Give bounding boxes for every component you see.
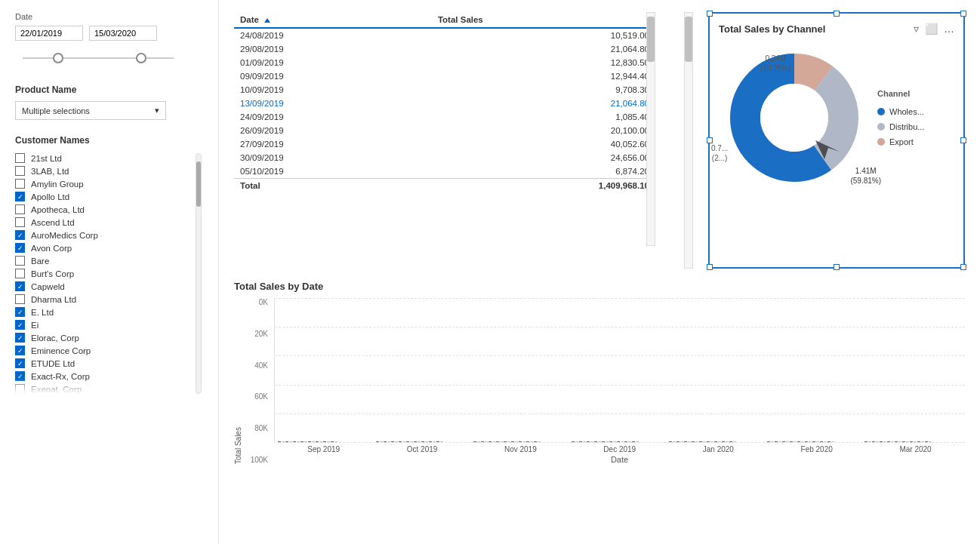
- bar-light[interactable]: [590, 441, 593, 442]
- bar-dark[interactable]: [587, 441, 590, 442]
- bar-group[interactable]: [519, 441, 525, 442]
- bar-dark[interactable]: [594, 441, 597, 442]
- bar-group[interactable]: [285, 441, 292, 442]
- list-item[interactable]: Ei: [15, 320, 98, 330]
- bar-group[interactable]: [902, 441, 909, 442]
- bar-group[interactable]: [429, 441, 436, 442]
- bar-group[interactable]: [729, 441, 736, 442]
- date-end-input[interactable]: [89, 26, 157, 41]
- bar-group[interactable]: [587, 441, 593, 442]
- col-date[interactable]: Date: [234, 12, 432, 28]
- bar-light[interactable]: [395, 441, 398, 442]
- resize-handle-mr[interactable]: [960, 137, 966, 143]
- bar-group[interactable]: [331, 441, 337, 442]
- resize-handle-tm[interactable]: [834, 11, 840, 17]
- slider-thumb-right[interactable]: [136, 53, 146, 63]
- bar-light[interactable]: [425, 441, 428, 442]
- bar-group[interactable]: [496, 441, 503, 442]
- bar-group[interactable]: [399, 441, 405, 442]
- bar-group[interactable]: [895, 441, 901, 442]
- bar-group[interactable]: [910, 441, 917, 442]
- bar-group[interactable]: [572, 441, 578, 442]
- bar-dark[interactable]: [887, 441, 890, 442]
- bar-light[interactable]: [327, 441, 330, 442]
- bar-light[interactable]: [440, 441, 443, 442]
- customer-checkbox[interactable]: [15, 333, 25, 343]
- table-row[interactable]: 27/09/201940,052.60: [234, 137, 655, 151]
- expand-icon[interactable]: ⬜: [925, 23, 938, 35]
- customer-checkbox[interactable]: [15, 217, 25, 227]
- bar-light[interactable]: [778, 441, 781, 442]
- bar-group[interactable]: [722, 441, 729, 442]
- list-item[interactable]: Burt's Corp: [15, 269, 98, 278]
- bar-light[interactable]: [613, 441, 616, 442]
- bar-dark[interactable]: [436, 441, 439, 442]
- bar-dark[interactable]: [917, 441, 920, 442]
- bar-group[interactable]: [488, 441, 495, 442]
- bar-dark[interactable]: [526, 441, 529, 442]
- bar-dark[interactable]: [391, 441, 394, 442]
- bar-light[interactable]: [906, 441, 909, 442]
- customer-checkbox[interactable]: [15, 204, 25, 214]
- bar-group[interactable]: [594, 441, 601, 442]
- bar-dark[interactable]: [511, 441, 514, 442]
- bar-light[interactable]: [786, 441, 789, 442]
- bar-dark[interactable]: [473, 441, 476, 442]
- bar-light[interactable]: [898, 441, 901, 442]
- bar-dark[interactable]: [316, 441, 319, 442]
- resize-handle-br[interactable]: [960, 264, 966, 270]
- table-row[interactable]: 10/09/20199,708.30: [234, 83, 655, 97]
- bar-light[interactable]: [433, 441, 436, 442]
- bar-light[interactable]: [824, 441, 827, 442]
- bar-light[interactable]: [410, 441, 413, 442]
- bar-dark[interactable]: [632, 441, 635, 442]
- bar-dark[interactable]: [602, 441, 605, 442]
- bar-group[interactable]: [376, 441, 383, 442]
- bar-light[interactable]: [402, 441, 405, 442]
- bar-light[interactable]: [794, 441, 797, 442]
- bar-group[interactable]: [880, 441, 886, 442]
- bar-group[interactable]: [278, 441, 285, 442]
- bar-light[interactable]: [515, 441, 518, 442]
- bar-light[interactable]: [891, 441, 894, 442]
- bar-group[interactable]: [579, 441, 586, 442]
- bar-group[interactable]: [511, 441, 518, 442]
- bar-dark[interactable]: [872, 441, 875, 442]
- bar-light[interactable]: [282, 441, 285, 442]
- bar-dark[interactable]: [684, 441, 687, 442]
- bar-light[interactable]: [606, 441, 609, 442]
- customer-scrollbar-thumb[interactable]: [196, 161, 201, 207]
- bar-dark[interactable]: [308, 441, 311, 442]
- table-row[interactable]: 01/09/201912,830.50: [234, 56, 655, 69]
- bar-group[interactable]: [624, 441, 631, 442]
- customer-checkbox[interactable]: [15, 179, 25, 189]
- bar-group[interactable]: [421, 441, 428, 442]
- bar-group[interactable]: [609, 441, 616, 442]
- bar-group[interactable]: [917, 441, 924, 442]
- bar-dark[interactable]: [925, 441, 928, 442]
- resize-handle-tl[interactable]: [707, 11, 713, 17]
- bar-group[interactable]: [864, 441, 871, 442]
- bar-dark[interactable]: [300, 441, 304, 442]
- bar-light[interactable]: [522, 441, 525, 442]
- bar-dark[interactable]: [534, 441, 537, 442]
- customer-checkbox[interactable]: [15, 230, 25, 240]
- bar-light[interactable]: [507, 441, 510, 442]
- bar-light[interactable]: [733, 441, 736, 442]
- table-row[interactable]: 30/09/201924,656.00: [234, 151, 655, 164]
- bar-dark[interactable]: [676, 441, 680, 442]
- bar-group[interactable]: [391, 441, 398, 442]
- bar-light[interactable]: [297, 441, 300, 442]
- bar-light[interactable]: [695, 441, 698, 442]
- bar-dark[interactable]: [414, 441, 417, 442]
- list-item[interactable]: Exact-Rx, Corp: [15, 371, 98, 381]
- bar-light[interactable]: [726, 441, 729, 442]
- bar-dark[interactable]: [429, 441, 432, 442]
- bar-dark[interactable]: [767, 441, 770, 442]
- bar-light[interactable]: [628, 441, 631, 442]
- bar-dark[interactable]: [278, 441, 281, 442]
- bar-light[interactable]: [876, 441, 879, 442]
- bar-dark[interactable]: [669, 441, 672, 442]
- resize-handle-tr[interactable]: [960, 11, 966, 17]
- bar-dark[interactable]: [880, 441, 883, 442]
